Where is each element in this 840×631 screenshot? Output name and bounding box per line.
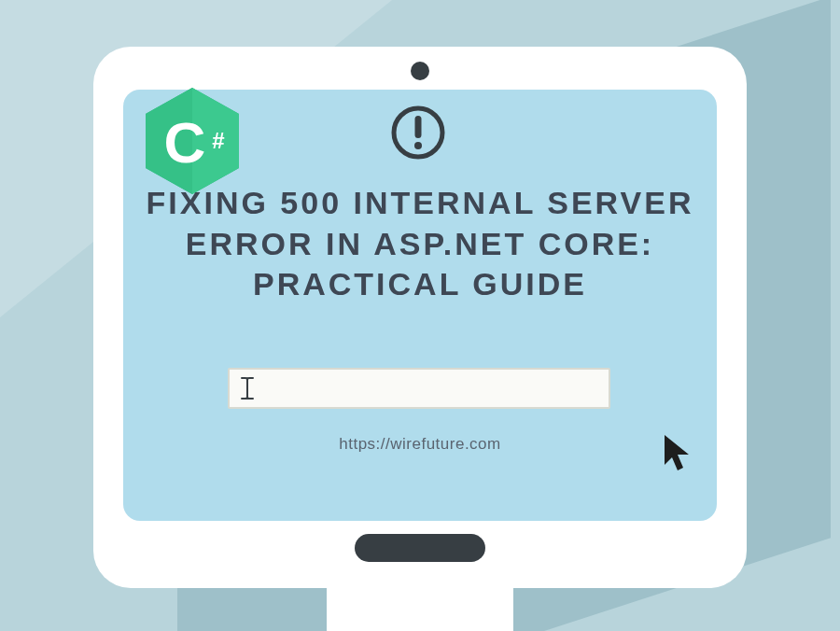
search-input[interactable]	[228, 368, 610, 409]
svg-rect-6	[415, 116, 422, 138]
power-button[interactable]	[355, 534, 485, 562]
site-url: https://wirefuture.com	[123, 435, 717, 454]
monitor-stand	[327, 569, 513, 631]
svg-point-7	[414, 142, 422, 149]
svg-text:#: #	[212, 128, 224, 153]
svg-text:C: C	[164, 110, 206, 175]
camera-dot	[411, 62, 429, 80]
warning-icon	[390, 105, 446, 161]
csharp-logo-icon: C #	[146, 88, 239, 194]
text-cursor-icon	[241, 377, 254, 400]
cursor-arrow-icon	[663, 433, 696, 474]
page-title: FIXING 500 INTERNAL SERVER ERROR IN ASP.…	[123, 183, 717, 305]
